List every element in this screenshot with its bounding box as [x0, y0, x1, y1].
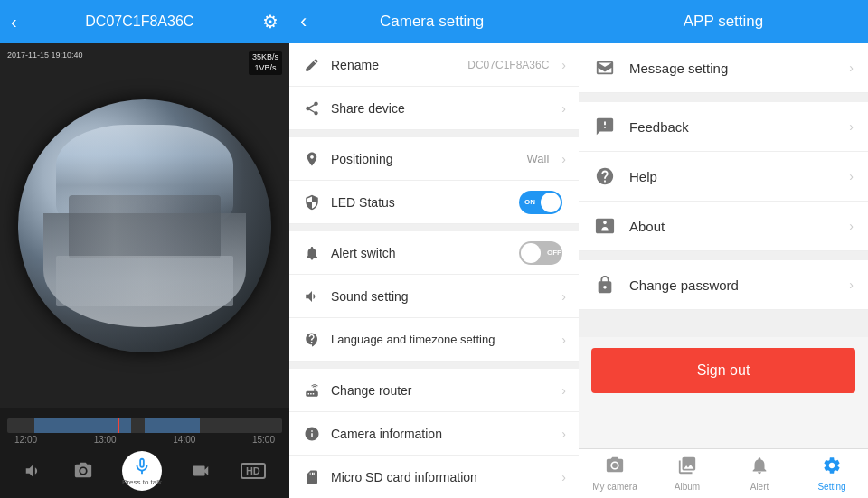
mic-button[interactable]: Press to talk [122, 451, 162, 491]
positioning-icon [302, 149, 322, 169]
alert-toggle-wrapper: OFF [519, 241, 566, 265]
speaker-button[interactable] [24, 461, 43, 481]
alert-tab-icon [750, 456, 769, 480]
alert-tab-label: Alert [750, 482, 769, 492]
sign-out-area: Sign out [579, 337, 868, 404]
alert-switch-setting[interactable]: Alert switch OFF [289, 231, 579, 275]
about-setting[interactable]: About › [579, 202, 868, 251]
sound-icon [302, 287, 322, 306]
change-password-setting[interactable]: Change password › [579, 260, 868, 310]
app-settings-title: APP setting [684, 13, 764, 31]
app-settings-list: Message setting › Feedback › Help › Abou… [579, 43, 868, 448]
language-icon [302, 330, 322, 350]
message-setting-label: Message setting [629, 61, 836, 76]
share-device-label: Share device [331, 101, 552, 116]
sign-out-label: Sign out [697, 362, 750, 379]
timeline-label-4: 15:00 [252, 435, 275, 445]
camera-settings-panel: ‹ Camera setting Rename DC07C1F8A36C › S… [289, 0, 579, 498]
camera-view-panel: ‹ DC07C1F8A36C ⚙ 35KB/s 1VB/s 2017-11-15… [0, 0, 289, 498]
camera-settings-back-icon[interactable]: ‹ [300, 10, 307, 33]
language-setting-label: Language and timezone setting [331, 333, 552, 346]
svg-point-1 [612, 463, 618, 468]
language-setting[interactable]: Language and timezone setting › [289, 318, 579, 362]
timeline-bar[interactable] [7, 418, 282, 433]
rename-setting[interactable]: Rename DC07C1F8A36C › [289, 43, 579, 87]
tab-setting[interactable]: Setting [796, 449, 868, 498]
sound-chevron: › [561, 289, 566, 304]
fisheye-camera-view: 35KB/s 1VB/s 2017-11-15 19:10:40 [0, 43, 289, 408]
camera-settings-list: Rename DC07C1F8A36C › Share device › Pos… [289, 43, 579, 498]
setting-tab-icon [822, 456, 842, 480]
timeline-label-2: 13:00 [94, 435, 117, 445]
feedback-label: Feedback [629, 119, 836, 135]
share-icon [302, 99, 322, 118]
about-chevron: › [849, 219, 854, 233]
setting-tab-label: Setting [817, 482, 845, 492]
sd-card-setting[interactable]: Micro SD card information › [289, 456, 579, 498]
positioning-setting[interactable]: Positioning Wall › [289, 137, 579, 181]
camera-info-chevron: › [561, 427, 566, 441]
timeline-area[interactable]: 12:00 13:00 14:00 15:00 [0, 408, 289, 444]
change-router-label: Change router [331, 383, 552, 398]
alert-switch-label: Alert switch [331, 246, 510, 260]
router-icon [302, 381, 322, 400]
camera-info-label: Camera information [331, 427, 552, 441]
back-icon[interactable]: ‹ [11, 12, 17, 33]
about-label: About [629, 219, 836, 234]
share-device-setting[interactable]: Share device › [289, 87, 579, 130]
timeline-cursor [118, 418, 119, 433]
router-chevron: › [561, 383, 566, 398]
sign-out-button[interactable]: Sign out [591, 348, 855, 393]
rename-value: DC07C1F8A36C [467, 59, 549, 71]
help-chevron: › [849, 169, 854, 183]
bell-icon [302, 243, 322, 263]
positioning-value: Wall [527, 152, 550, 165]
camera-bottom-nav: Press to talk HD [0, 444, 289, 498]
tab-alert[interactable]: Alert [723, 449, 796, 498]
feedback-setting[interactable]: Feedback › [579, 102, 868, 152]
tab-my-camera[interactable]: My camera [579, 449, 651, 498]
tab-album[interactable]: Album [651, 449, 723, 498]
edit-icon [302, 55, 322, 75]
sd-card-label: Micro SD card information [331, 470, 552, 484]
svg-point-0 [80, 468, 86, 474]
video-record-button[interactable] [191, 461, 211, 481]
timeline-label-1: 12:00 [14, 435, 37, 445]
help-label: Help [629, 169, 836, 184]
hd-button[interactable]: HD [241, 463, 266, 479]
camera-settings-header: ‹ Camera setting [289, 0, 579, 43]
about-icon [593, 214, 617, 238]
rename-chevron: › [561, 58, 566, 72]
app-settings-panel: APP setting Message setting › Feedback ›… [579, 0, 868, 498]
camera-settings-title: Camera setting [317, 13, 546, 31]
led-status-label: LED Status [331, 195, 510, 210]
camera-capture-button[interactable] [73, 461, 93, 481]
change-password-chevron: › [849, 277, 854, 292]
led-toggle[interactable]: ON [519, 191, 562, 214]
positioning-label: Positioning [331, 152, 518, 166]
help-icon [593, 164, 617, 188]
sdcard-icon [302, 467, 322, 487]
sound-setting-label: Sound setting [331, 289, 552, 304]
message-setting[interactable]: Message setting › [579, 43, 868, 93]
album-tab-label: Album [675, 482, 700, 492]
bottom-tab-bar: My camera Album Alert Setting [579, 448, 868, 498]
positioning-chevron: › [561, 152, 566, 166]
led-icon [302, 193, 322, 212]
album-tab-icon [677, 456, 697, 480]
alert-toggle[interactable]: OFF [519, 241, 562, 265]
led-toggle-wrapper: ON [519, 191, 566, 214]
share-chevron: › [561, 101, 566, 116]
language-chevron: › [561, 333, 566, 347]
change-router-setting[interactable]: Change router › [289, 369, 579, 412]
timestamp-label: 2017-11-15 19:10:40 [7, 51, 83, 60]
camera-info-setting[interactable]: Camera information › [289, 412, 579, 456]
gear-icon[interactable]: ⚙ [262, 11, 278, 33]
app-settings-header: APP setting [579, 0, 868, 43]
message-icon [593, 56, 617, 80]
rename-label: Rename [331, 58, 458, 72]
sound-setting[interactable]: Sound setting › [289, 275, 579, 318]
bitrate-badge: 35KB/s 1VB/s [249, 51, 282, 75]
led-status-setting[interactable]: LED Status ON [289, 181, 579, 224]
help-setting[interactable]: Help › [579, 152, 868, 202]
